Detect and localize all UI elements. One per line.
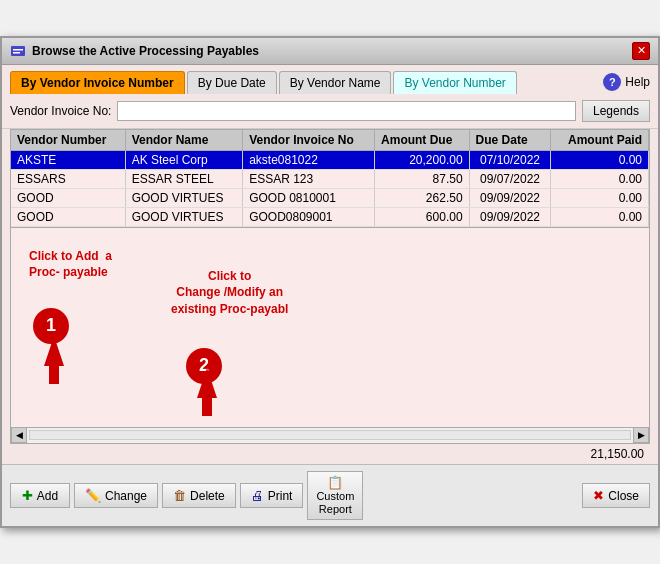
annotation-area: Click to Add aProc- payable 1 Click toCh…	[10, 228, 650, 428]
scroll-right-button[interactable]: ▶	[633, 427, 649, 443]
cell-amount_paid: 0.00	[551, 188, 649, 207]
delete-icon: 🗑	[173, 488, 186, 503]
custom-report-button[interactable]: 📋 Custom Report	[307, 471, 363, 521]
col-header-invoice-no: Vendor Invoice No	[243, 130, 375, 151]
cell-amount_due: 600.00	[375, 207, 470, 226]
col-header-amount-due: Amount Due	[375, 130, 470, 151]
arrow-2-icon	[192, 368, 222, 418]
table-row[interactable]: GOODGOOD VIRTUESGOOD 0810001262.5009/09/…	[11, 188, 649, 207]
add-icon: ✚	[22, 488, 33, 503]
annotation-change-label: Click toChange /Modify anexisting Proc-p…	[171, 268, 288, 318]
cell-vendor_number: AKSTE	[11, 150, 125, 169]
delete-button[interactable]: 🗑 Delete	[162, 483, 236, 508]
total-bar: 21,150.00	[2, 444, 658, 464]
close-action-icon: ✖	[593, 488, 604, 503]
print-label: Print	[268, 489, 293, 503]
cell-due_date: 09/09/2022	[469, 207, 551, 226]
cell-amount_paid: 0.00	[551, 169, 649, 188]
table-header-row: Vendor Number Vendor Name Vendor Invoice…	[11, 130, 649, 151]
scroll-track[interactable]	[29, 430, 631, 440]
delete-label: Delete	[190, 489, 225, 503]
data-table: Vendor Number Vendor Name Vendor Invoice…	[11, 130, 649, 227]
print-icon: 🖨	[251, 488, 264, 503]
change-label: Change	[105, 489, 147, 503]
search-input[interactable]	[117, 101, 576, 121]
add-label: Add	[37, 489, 58, 503]
horizontal-scrollbar[interactable]: ◀ ▶	[10, 428, 650, 444]
col-header-vendor-name: Vendor Name	[125, 130, 242, 151]
custom-report-icon: 📋	[327, 475, 343, 491]
window-icon	[10, 43, 26, 59]
cell-vendor_name: AK Steel Corp	[125, 150, 242, 169]
cell-amount_due: 87.50	[375, 169, 470, 188]
help-icon: ?	[603, 73, 621, 91]
cell-vendor_number: ESSARS	[11, 169, 125, 188]
custom-report-line2: Report	[319, 503, 352, 516]
svg-marker-5	[197, 368, 217, 398]
tab-vendor-number[interactable]: By Vendor Number	[393, 71, 516, 94]
arrow-1-icon	[39, 336, 69, 386]
col-header-due-date: Due Date	[469, 130, 551, 151]
cell-amount_paid: 0.00	[551, 207, 649, 226]
cell-due_date: 09/07/2022	[469, 169, 551, 188]
cell-vendor_name: GOOD VIRTUES	[125, 188, 242, 207]
custom-report-line1: Custom	[316, 490, 354, 503]
cell-invoice_no: ESSAR 123	[243, 169, 375, 188]
cell-due_date: 09/09/2022	[469, 188, 551, 207]
svg-rect-4	[49, 364, 59, 384]
cell-amount_paid: 0.00	[551, 150, 649, 169]
help-button[interactable]: ? Help	[603, 73, 650, 91]
table-row[interactable]: ESSARSESSAR STEELESSAR 12387.5009/07/202…	[11, 169, 649, 188]
close-button[interactable]: ✕	[632, 42, 650, 60]
search-bar: Vendor Invoice No: Legends	[2, 94, 658, 129]
cell-amount_due: 20,200.00	[375, 150, 470, 169]
col-header-vendor-number: Vendor Number	[11, 130, 125, 151]
cell-vendor_name: GOOD VIRTUES	[125, 207, 242, 226]
data-table-container: Vendor Number Vendor Name Vendor Invoice…	[10, 129, 650, 228]
cell-due_date: 07/10/2022	[469, 150, 551, 169]
cell-invoice_no: GOOD 0810001	[243, 188, 375, 207]
main-window: Browse the Active Processing Payables ✕ …	[0, 36, 660, 529]
close-label: Close	[608, 489, 639, 503]
annotation-add-label: Click to Add aProc- payable	[29, 248, 112, 282]
tab-vendor-invoice[interactable]: By Vendor Invoice Number	[10, 71, 185, 94]
tab-due-date[interactable]: By Due Date	[187, 71, 277, 94]
tab-vendor-name[interactable]: By Vendor Name	[279, 71, 392, 94]
svg-rect-1	[13, 49, 23, 51]
table-row[interactable]: GOODGOOD VIRTUESGOOD0809001600.0009/09/2…	[11, 207, 649, 226]
scroll-left-button[interactable]: ◀	[11, 427, 27, 443]
cell-amount_due: 262.50	[375, 188, 470, 207]
cell-vendor_number: GOOD	[11, 188, 125, 207]
total-value: 21,150.00	[591, 447, 644, 461]
add-button[interactable]: ✚ Add	[10, 483, 70, 508]
title-bar: Browse the Active Processing Payables ✕	[2, 38, 658, 65]
cell-invoice_no: GOOD0809001	[243, 207, 375, 226]
cell-invoice_no: akste081022	[243, 150, 375, 169]
tab-bar: By Vendor Invoice Number By Due Date By …	[2, 65, 658, 94]
col-header-amount-paid: Amount Paid	[551, 130, 649, 151]
search-label: Vendor Invoice No:	[10, 104, 111, 118]
svg-rect-0	[11, 46, 25, 56]
svg-rect-2	[13, 52, 20, 54]
close-action-button[interactable]: ✖ Close	[582, 483, 650, 508]
legends-button[interactable]: Legends	[582, 100, 650, 122]
change-icon: ✏️	[85, 488, 101, 503]
cell-vendor_number: GOOD	[11, 207, 125, 226]
change-button[interactable]: ✏️ Change	[74, 483, 158, 508]
table-row[interactable]: AKSTEAK Steel Corpakste08102220,200.0007…	[11, 150, 649, 169]
bottom-toolbar: ✚ Add ✏️ Change 🗑 Delete 🖨 Print 📋 Custo…	[2, 464, 658, 527]
print-button[interactable]: 🖨 Print	[240, 483, 304, 508]
title-bar-left: Browse the Active Processing Payables	[10, 43, 259, 59]
window-title: Browse the Active Processing Payables	[32, 44, 259, 58]
help-label: Help	[625, 75, 650, 89]
svg-rect-6	[202, 396, 212, 416]
cell-vendor_name: ESSAR STEEL	[125, 169, 242, 188]
svg-marker-3	[44, 336, 64, 366]
